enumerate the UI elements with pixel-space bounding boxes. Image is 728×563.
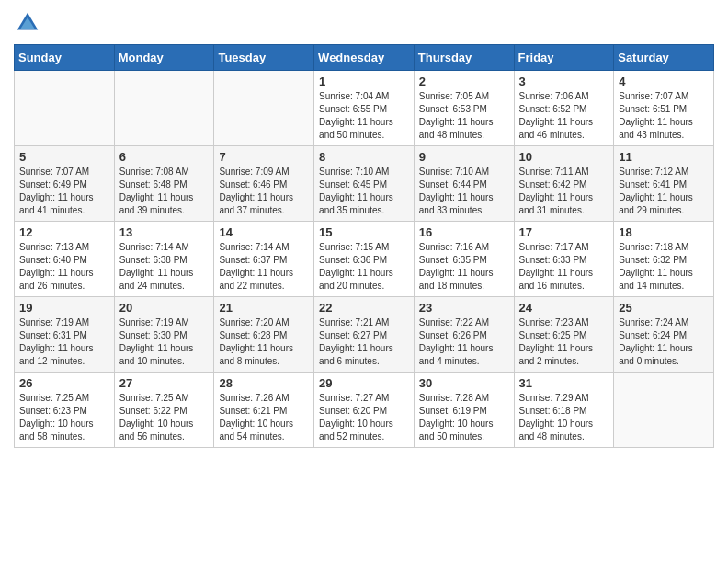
day-info: Sunrise: 7:07 AMSunset: 6:49 PMDaylight:… (19, 166, 109, 217)
calendar-cell: 17Sunrise: 7:17 AMSunset: 6:33 PMDayligh… (514, 222, 614, 297)
day-number: 10 (519, 150, 609, 164)
day-number: 31 (519, 376, 609, 390)
day-number: 4 (619, 75, 709, 88)
calendar-cell: 9Sunrise: 7:10 AMSunset: 6:44 PMDaylight… (414, 146, 514, 222)
day-number: 3 (519, 75, 609, 88)
logo-icon (14, 9, 41, 37)
calendar-week-1: 1Sunrise: 7:04 AMSunset: 6:55 PMDaylight… (15, 71, 714, 146)
calendar-cell: 12Sunrise: 7:13 AMSunset: 6:40 PMDayligh… (15, 222, 115, 297)
day-number: 12 (19, 225, 109, 239)
calendar-cell: 26Sunrise: 7:25 AMSunset: 6:23 PMDayligh… (15, 373, 115, 448)
day-number: 9 (419, 150, 509, 164)
calendar-cell (214, 71, 314, 146)
calendar-cell (114, 71, 214, 146)
day-info: Sunrise: 7:16 AMSunset: 6:35 PMDaylight:… (419, 241, 509, 293)
day-number: 20 (119, 301, 210, 315)
calendar-cell: 2Sunrise: 7:05 AMSunset: 6:53 PMDaylight… (414, 71, 514, 146)
day-info: Sunrise: 7:07 AMSunset: 6:51 PMDaylight:… (619, 90, 709, 142)
day-info: Sunrise: 7:10 AMSunset: 6:45 PMDaylight:… (319, 166, 409, 217)
calendar-cell: 3Sunrise: 7:06 AMSunset: 6:52 PMDaylight… (514, 71, 614, 146)
day-info: Sunrise: 7:18 AMSunset: 6:32 PMDaylight:… (619, 241, 709, 293)
calendar-cell: 15Sunrise: 7:15 AMSunset: 6:36 PMDayligh… (314, 222, 415, 297)
col-header-saturday: Saturday (614, 45, 714, 71)
calendar-cell: 13Sunrise: 7:14 AMSunset: 6:38 PMDayligh… (114, 222, 214, 297)
calendar-cell: 11Sunrise: 7:12 AMSunset: 6:41 PMDayligh… (614, 146, 714, 222)
calendar-cell: 25Sunrise: 7:24 AMSunset: 6:24 PMDayligh… (614, 297, 714, 373)
day-number: 25 (619, 301, 709, 315)
day-info: Sunrise: 7:21 AMSunset: 6:27 PMDaylight:… (319, 316, 409, 368)
day-info: Sunrise: 7:08 AMSunset: 6:48 PMDaylight:… (119, 166, 210, 217)
calendar-cell: 18Sunrise: 7:18 AMSunset: 6:32 PMDayligh… (614, 222, 714, 297)
day-info: Sunrise: 7:10 AMSunset: 6:44 PMDaylight:… (419, 166, 509, 217)
calendar-cell: 5Sunrise: 7:07 AMSunset: 6:49 PMDaylight… (15, 146, 115, 222)
day-number: 17 (519, 225, 609, 239)
calendar-week-4: 19Sunrise: 7:19 AMSunset: 6:31 PMDayligh… (15, 297, 714, 373)
day-info: Sunrise: 7:19 AMSunset: 6:30 PMDaylight:… (119, 316, 210, 368)
calendar-cell: 31Sunrise: 7:29 AMSunset: 6:18 PMDayligh… (514, 373, 614, 448)
day-info: Sunrise: 7:25 AMSunset: 6:22 PMDaylight:… (119, 392, 210, 443)
col-header-tuesday: Tuesday (214, 45, 314, 71)
day-info: Sunrise: 7:22 AMSunset: 6:26 PMDaylight:… (419, 316, 509, 368)
day-info: Sunrise: 7:09 AMSunset: 6:46 PMDaylight:… (219, 166, 309, 217)
calendar-cell: 8Sunrise: 7:10 AMSunset: 6:45 PMDaylight… (314, 146, 415, 222)
day-number: 16 (419, 225, 509, 239)
calendar-cell (15, 71, 115, 146)
calendar-cell: 19Sunrise: 7:19 AMSunset: 6:31 PMDayligh… (15, 297, 115, 373)
day-info: Sunrise: 7:26 AMSunset: 6:21 PMDaylight:… (219, 392, 309, 443)
day-info: Sunrise: 7:19 AMSunset: 6:31 PMDaylight:… (19, 316, 109, 368)
day-info: Sunrise: 7:28 AMSunset: 6:19 PMDaylight:… (419, 392, 509, 443)
calendar-cell: 1Sunrise: 7:04 AMSunset: 6:55 PMDaylight… (314, 71, 415, 146)
calendar-cell: 24Sunrise: 7:23 AMSunset: 6:25 PMDayligh… (514, 297, 614, 373)
day-info: Sunrise: 7:27 AMSunset: 6:20 PMDaylight:… (319, 392, 409, 443)
logo (14, 9, 45, 37)
calendar-week-5: 26Sunrise: 7:25 AMSunset: 6:23 PMDayligh… (15, 373, 714, 448)
day-info: Sunrise: 7:04 AMSunset: 6:55 PMDaylight:… (319, 90, 409, 142)
calendar-table: SundayMondayTuesdayWednesdayThursdayFrid… (14, 44, 714, 448)
day-number: 11 (619, 150, 709, 164)
col-header-sunday: Sunday (15, 45, 115, 71)
calendar-cell: 7Sunrise: 7:09 AMSunset: 6:46 PMDaylight… (214, 146, 314, 222)
col-header-wednesday: Wednesday (314, 45, 415, 71)
day-info: Sunrise: 7:15 AMSunset: 6:36 PMDaylight:… (319, 241, 409, 293)
calendar-cell: 23Sunrise: 7:22 AMSunset: 6:26 PMDayligh… (414, 297, 514, 373)
day-number: 29 (319, 376, 409, 390)
day-number: 30 (419, 376, 509, 390)
day-info: Sunrise: 7:20 AMSunset: 6:28 PMDaylight:… (219, 316, 309, 368)
calendar-cell: 14Sunrise: 7:14 AMSunset: 6:37 PMDayligh… (214, 222, 314, 297)
calendar-cell: 27Sunrise: 7:25 AMSunset: 6:22 PMDayligh… (114, 373, 214, 448)
day-number: 8 (319, 150, 409, 164)
calendar-cell: 10Sunrise: 7:11 AMSunset: 6:42 PMDayligh… (514, 146, 614, 222)
day-number: 1 (319, 75, 409, 88)
day-info: Sunrise: 7:29 AMSunset: 6:18 PMDaylight:… (519, 392, 609, 443)
day-number: 7 (219, 150, 309, 164)
day-number: 15 (319, 225, 409, 239)
day-number: 22 (319, 301, 409, 315)
calendar-cell: 30Sunrise: 7:28 AMSunset: 6:19 PMDayligh… (414, 373, 514, 448)
day-info: Sunrise: 7:23 AMSunset: 6:25 PMDaylight:… (519, 316, 609, 368)
day-info: Sunrise: 7:14 AMSunset: 6:38 PMDaylight:… (119, 241, 210, 293)
calendar-cell: 6Sunrise: 7:08 AMSunset: 6:48 PMDaylight… (114, 146, 214, 222)
day-number: 23 (419, 301, 509, 315)
day-info: Sunrise: 7:25 AMSunset: 6:23 PMDaylight:… (19, 392, 109, 443)
day-number: 13 (119, 225, 210, 239)
day-number: 6 (119, 150, 210, 164)
calendar-cell: 4Sunrise: 7:07 AMSunset: 6:51 PMDaylight… (614, 71, 714, 146)
day-info: Sunrise: 7:24 AMSunset: 6:24 PMDaylight:… (619, 316, 709, 368)
day-number: 18 (619, 225, 709, 239)
day-number: 24 (519, 301, 609, 315)
day-info: Sunrise: 7:05 AMSunset: 6:53 PMDaylight:… (419, 90, 509, 142)
day-number: 2 (419, 75, 509, 88)
day-number: 14 (219, 225, 309, 239)
day-info: Sunrise: 7:06 AMSunset: 6:52 PMDaylight:… (519, 90, 609, 142)
day-number: 21 (219, 301, 309, 315)
day-info: Sunrise: 7:13 AMSunset: 6:40 PMDaylight:… (19, 241, 109, 293)
day-number: 28 (219, 376, 309, 390)
calendar-cell: 29Sunrise: 7:27 AMSunset: 6:20 PMDayligh… (314, 373, 415, 448)
col-header-thursday: Thursday (414, 45, 514, 71)
day-number: 26 (19, 376, 109, 390)
calendar-week-3: 12Sunrise: 7:13 AMSunset: 6:40 PMDayligh… (15, 222, 714, 297)
day-number: 19 (19, 301, 109, 315)
calendar-cell: 21Sunrise: 7:20 AMSunset: 6:28 PMDayligh… (214, 297, 314, 373)
day-info: Sunrise: 7:12 AMSunset: 6:41 PMDaylight:… (619, 166, 709, 217)
calendar-cell: 20Sunrise: 7:19 AMSunset: 6:30 PMDayligh… (114, 297, 214, 373)
